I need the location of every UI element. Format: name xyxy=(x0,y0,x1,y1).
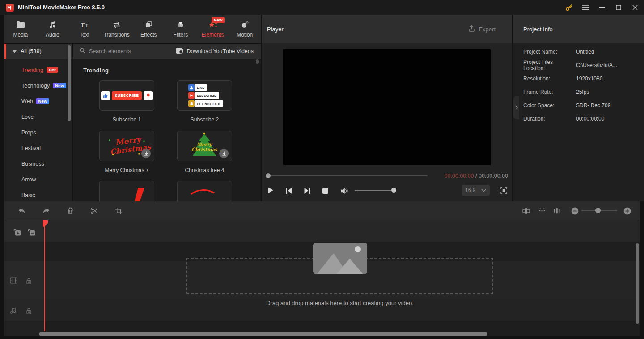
sidebar-item-business[interactable]: Business xyxy=(4,156,72,172)
add-track-button[interactable] xyxy=(13,229,21,236)
active-group-accent xyxy=(4,44,6,59)
media-type-ribbon: Media Audio TT Text Transitions Effects … xyxy=(4,15,261,43)
sidebar-item-festival[interactable]: Festival xyxy=(4,140,72,156)
seek-handle[interactable] xyxy=(266,173,271,178)
red-arc-graphic xyxy=(185,188,221,201)
timeline-horizontal-scrollbar[interactable] xyxy=(39,332,487,336)
sidebar-item-web[interactable]: Web New xyxy=(4,93,72,109)
video-track-unlock-icon[interactable] xyxy=(26,278,32,284)
collapse-panel-button[interactable] xyxy=(513,96,519,119)
section-title: Trending xyxy=(83,67,109,74)
like-label-graphic: LIKE xyxy=(195,84,207,91)
project-info-panel: Project Info Project Name: Untitled Proj… xyxy=(513,15,644,201)
tab-label: Text xyxy=(80,32,89,38)
tab-audio[interactable]: Audio xyxy=(37,15,69,43)
volume-slider[interactable] xyxy=(355,190,396,191)
element-card-christmas-tree-4[interactable]: Merry Christmas xyxy=(177,131,232,161)
previous-frame-button[interactable] xyxy=(285,188,292,194)
tab-transitions[interactable]: Transitions xyxy=(101,15,133,43)
play-button[interactable] xyxy=(267,187,274,194)
volume-handle[interactable] xyxy=(391,188,396,193)
stop-button[interactable] xyxy=(322,188,328,194)
effects-layers-icon xyxy=(145,20,153,29)
svg-text:T: T xyxy=(80,21,85,29)
menu-icon[interactable] xyxy=(581,3,590,12)
elements-new-badge: New xyxy=(212,17,225,23)
svg-text:Christmas: Christmas xyxy=(191,147,218,152)
elements-scrollbar[interactable] xyxy=(256,59,259,64)
split-marker-button[interactable] xyxy=(538,207,546,215)
sidebar-item-love[interactable]: Love xyxy=(4,109,72,125)
tab-text[interactable]: TT Text xyxy=(68,15,101,43)
redo-button[interactable] xyxy=(42,207,50,215)
undo-button[interactable] xyxy=(18,207,26,215)
sidebar-item-technology[interactable]: Technology New xyxy=(4,78,72,93)
tab-label: Media xyxy=(13,32,28,38)
crop-button[interactable] xyxy=(114,207,123,215)
media-folder-icon xyxy=(16,20,25,29)
element-card-merry-christmas-7[interactable]: Merry Christmas xyxy=(99,131,154,161)
download-element-button[interactable] xyxy=(141,149,151,158)
sidebar-item-props[interactable]: Props xyxy=(4,125,72,140)
image-placeholder-icon xyxy=(313,243,367,276)
seek-bar[interactable] xyxy=(266,175,428,176)
search-input[interactable] xyxy=(89,48,156,54)
text-icon: TT xyxy=(80,20,89,29)
export-button[interactable]: Export xyxy=(468,25,496,33)
info-row-project-name: Project Name: Untitled xyxy=(513,45,644,59)
tab-motion[interactable]: Motion xyxy=(229,15,261,43)
volume-icon[interactable] xyxy=(341,188,349,194)
timeline-panel: Drag and drop materials here to start cr… xyxy=(4,220,640,336)
info-row-color-space: Color Space: SDR- Rec.709 xyxy=(513,99,644,112)
sidebar-item-arrow[interactable]: Arrow xyxy=(4,172,72,187)
zoom-to-fit-button[interactable] xyxy=(553,207,561,215)
zoom-out-button[interactable] xyxy=(571,207,579,215)
tab-media[interactable]: Media xyxy=(4,15,37,43)
license-key-icon[interactable] xyxy=(564,3,573,12)
element-card-partial[interactable] xyxy=(99,181,154,201)
sidebar-item-label: Basic xyxy=(21,192,35,198)
split-scissors-button[interactable] xyxy=(90,207,98,215)
timeline-toolbar-row xyxy=(4,220,640,242)
sidebar-item-trending[interactable]: Trending Hot xyxy=(4,62,72,78)
sidebar-item-basic[interactable]: Basic xyxy=(4,187,72,201)
info-label: Project Name: xyxy=(513,49,576,55)
sidebar-item-label: Technology xyxy=(21,83,50,89)
category-group-all[interactable]: All (539) xyxy=(4,44,72,59)
audio-track-unlock-icon[interactable] xyxy=(26,308,32,314)
playhead-line[interactable] xyxy=(44,220,45,331)
delete-button[interactable] xyxy=(66,207,74,215)
tab-elements[interactable]: New Elements xyxy=(197,15,229,43)
aspect-ratio-select[interactable]: 16:9 xyxy=(462,185,490,196)
caret-down-icon xyxy=(13,48,17,54)
sidebar-item-label: Web xyxy=(21,98,33,105)
bell-icon xyxy=(188,100,195,107)
next-frame-button[interactable] xyxy=(304,188,311,194)
zoom-in-button[interactable] xyxy=(623,207,631,215)
sidebar-scrollbar[interactable] xyxy=(68,45,71,121)
total-time: 00:00:00:00 xyxy=(479,173,508,179)
thumb-up-icon xyxy=(188,84,195,91)
element-card-subscribe-2[interactable]: LIKE SUBSCRIBE GET NOTIFIED xyxy=(177,80,232,111)
timeline-zoom-handle[interactable] xyxy=(595,208,601,213)
element-card-partial[interactable] xyxy=(177,181,232,201)
fullscreen-button[interactable] xyxy=(500,187,507,194)
tab-effects[interactable]: Effects xyxy=(133,15,165,43)
minimize-button[interactable] xyxy=(597,3,606,12)
remove-track-button[interactable] xyxy=(28,229,36,236)
audio-note-icon xyxy=(49,20,56,29)
subscribe-label-graphic: SUBSCRIBE xyxy=(195,92,219,99)
timecode-display: 00:00:00:00 / 00:00:00:00 xyxy=(444,173,508,179)
maximize-button[interactable] xyxy=(614,3,623,12)
close-button[interactable] xyxy=(631,3,640,12)
download-element-button[interactable] xyxy=(219,149,229,158)
element-card-subscribe-1[interactable]: SUBSCRIBE xyxy=(99,80,154,111)
project-info-title: Project Info xyxy=(523,26,553,33)
tab-filters[interactable]: Filters xyxy=(165,15,197,43)
title-bar: MiniTool MovieMaker Free 8.5.0 xyxy=(0,0,644,15)
info-row-duration: Duration: 00:00:00:00 xyxy=(513,112,644,126)
attach-to-track-button[interactable] xyxy=(522,207,530,215)
timeline-vertical-scrollbar[interactable] xyxy=(636,243,639,324)
element-card-title: Subscribe 1 xyxy=(99,117,154,123)
download-youtube-button[interactable]: Download YouTube Videos xyxy=(176,48,254,55)
